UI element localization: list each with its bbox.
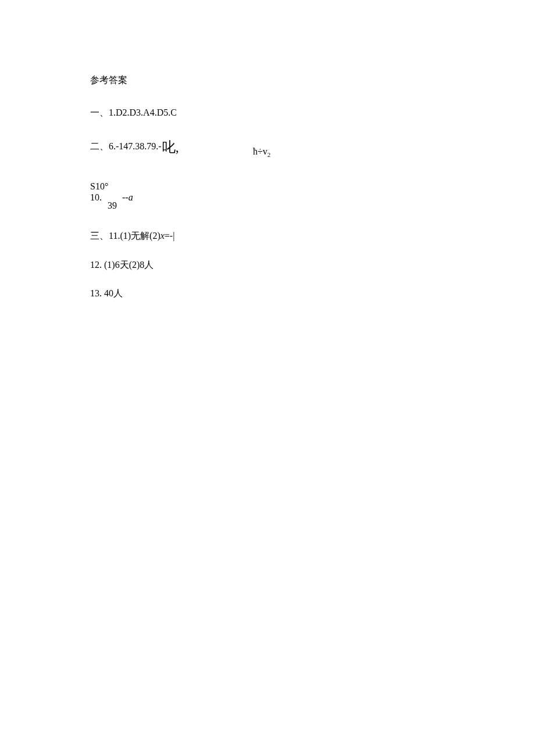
s10-a: --a (122, 192, 133, 203)
formula-text: ħ÷v (253, 146, 268, 156)
section-two: 二、6.-147.38.79.-叱, ħ÷v2 (90, 134, 535, 156)
s10-top: S10° (90, 181, 535, 192)
q11-prefix: 三、11.(1)无解(2) (90, 231, 160, 241)
s10-39: 39 (108, 200, 117, 211)
section-two-main: 二、6.-147.38.79.- (90, 141, 162, 151)
document-content: 参考答案 一、1.D2.D3.A4.D5.C 二、6.-147.38.79.-叱… (0, 0, 535, 301)
section-three-line1: 三、11.(1)无解(2)x=-| (90, 228, 535, 243)
answer-key-title: 参考答案 (90, 73, 535, 88)
s10-label: 10. (90, 192, 102, 202)
section-two-glyph: 叱, (162, 139, 179, 155)
formula-subscript: 2 (268, 151, 271, 158)
block-s10: S10° 10. --a 39 (90, 181, 535, 203)
section-three-line3: 13. 40人 (90, 286, 535, 301)
section-one: 一、1.D2.D3.A4.D5.C (90, 105, 535, 120)
section-three-line2: 12. (1)6天(2)8人 (90, 257, 535, 273)
q11-x: x (160, 231, 165, 241)
s10-mid: 10. --a 39 (90, 192, 535, 203)
formula-hbar: ħ÷v2 (253, 144, 270, 160)
q11-suffix: =-| (165, 231, 175, 241)
